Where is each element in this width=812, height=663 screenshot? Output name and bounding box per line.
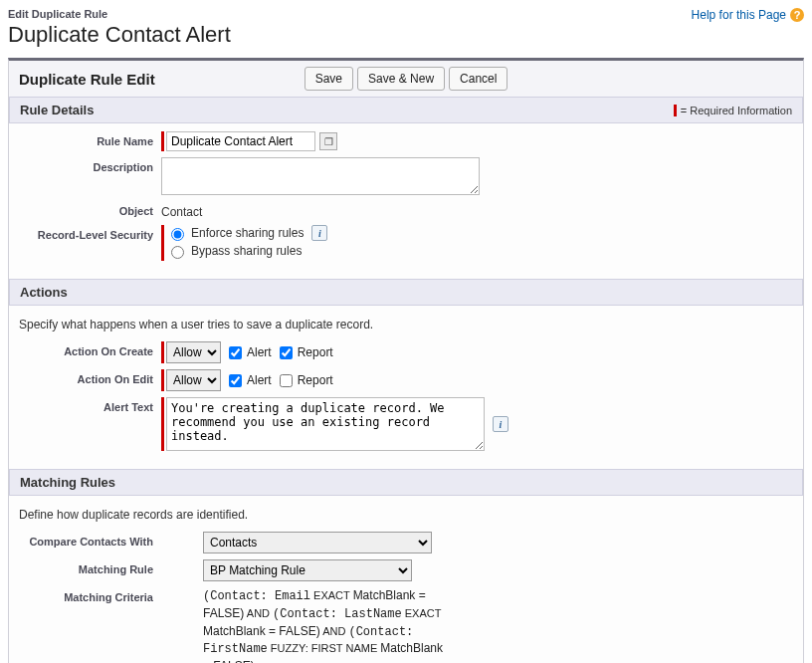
page-title: Duplicate Contact Alert xyxy=(8,22,231,48)
section-title: Rule Details xyxy=(20,103,94,117)
section-matching: Matching Rules xyxy=(9,469,803,496)
section-title: Actions xyxy=(20,285,68,300)
required-note-text: = Required Information xyxy=(681,105,792,116)
label-alert-text: Alert Text xyxy=(19,397,161,413)
label-description: Description xyxy=(19,157,161,173)
chk-label: Alert xyxy=(247,373,272,387)
label-action-edit: Action On Edit xyxy=(19,369,161,385)
label-rule-name: Rule Name xyxy=(19,131,161,147)
help-link-label: Help for this Page xyxy=(692,8,786,22)
label-object: Object xyxy=(19,201,161,217)
info-icon[interactable]: i xyxy=(493,416,508,432)
alert-text-input[interactable]: You're creating a duplicate record. We r… xyxy=(166,397,485,451)
chk-label: Alert xyxy=(247,345,272,359)
radio-enforce[interactable]: Enforce sharing rules i xyxy=(166,225,327,241)
radio-enforce-label: Enforce sharing rules xyxy=(191,226,304,240)
label-criteria: Matching Criteria xyxy=(19,587,161,603)
save-new-button[interactable]: Save & New xyxy=(357,67,445,91)
cancel-button[interactable]: Cancel xyxy=(449,67,508,91)
matching-intro: Define how duplicate records are identif… xyxy=(19,508,793,522)
radio-bypass[interactable]: Bypass sharing rules xyxy=(166,243,327,259)
radio-bypass-label: Bypass sharing rules xyxy=(191,244,302,258)
label-action-create: Action On Create xyxy=(19,341,161,357)
actions-intro: Specify what happens when a user tries t… xyxy=(19,318,793,332)
breadcrumb: Edit Duplicate Rule xyxy=(8,8,231,20)
description-input[interactable] xyxy=(161,157,480,195)
required-bar-icon xyxy=(161,225,164,261)
action-edit-select[interactable]: Allow xyxy=(166,369,221,391)
save-button[interactable]: Save xyxy=(304,67,353,91)
action-create-alert-checkbox[interactable] xyxy=(229,346,242,359)
chk-label: Report xyxy=(298,345,333,359)
matching-criteria-text: (Contact: Email EXACT MatchBlank = FALSE… xyxy=(203,587,452,663)
lookup-icon[interactable]: ❐ xyxy=(319,132,337,150)
compare-select[interactable]: Contacts xyxy=(203,532,432,553)
label-compare: Compare Contacts With xyxy=(19,532,161,548)
edit-panel: Duplicate Rule Edit Save Save & New Canc… xyxy=(8,58,804,663)
section-rule-details: Rule Details = Required Information xyxy=(9,97,803,123)
object-value: Contact xyxy=(161,201,202,219)
required-bar-icon xyxy=(161,369,164,391)
action-edit-report-checkbox[interactable] xyxy=(280,374,293,387)
required-bar-icon xyxy=(161,341,164,363)
info-icon[interactable]: i xyxy=(311,225,327,241)
rule-name-input[interactable] xyxy=(166,131,315,151)
label-security: Record-Level Security xyxy=(19,225,161,241)
help-link[interactable]: Help for this Page ? xyxy=(692,8,804,22)
help-icon: ? xyxy=(790,8,804,22)
required-bar-icon xyxy=(161,397,164,451)
radio-enforce-input[interactable] xyxy=(171,228,184,241)
action-create-report-checkbox[interactable] xyxy=(280,346,293,359)
required-bar-icon xyxy=(674,105,677,116)
radio-bypass-input[interactable] xyxy=(171,246,184,259)
required-note: = Required Information xyxy=(674,105,792,116)
action-edit-alert-checkbox[interactable] xyxy=(229,374,242,387)
required-bar-icon xyxy=(161,131,164,151)
chk-label: Report xyxy=(298,373,333,387)
label-matching-rule: Matching Rule xyxy=(19,559,161,575)
section-title: Matching Rules xyxy=(20,475,115,490)
section-actions: Actions xyxy=(9,279,803,306)
panel-title: Duplicate Rule Edit xyxy=(19,71,155,88)
action-create-select[interactable]: Allow xyxy=(166,341,221,363)
matching-rule-select[interactable]: BP Matching Rule xyxy=(203,559,412,581)
